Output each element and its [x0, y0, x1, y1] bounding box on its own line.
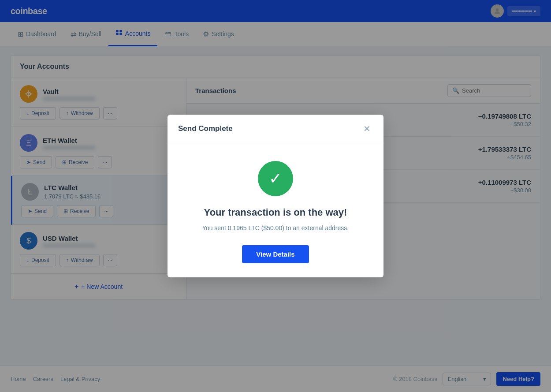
- send-complete-modal: Send Complete ✕ ✓ Your transaction is on…: [168, 115, 383, 277]
- success-circle: ✓: [258, 161, 293, 196]
- modal-close-button[interactable]: ✕: [361, 123, 373, 135]
- modal-title: Send Complete: [178, 124, 233, 133]
- view-details-button[interactable]: View Details: [242, 245, 309, 263]
- modal-heading: Your transaction is on the way!: [204, 207, 347, 218]
- checkmark-icon: ✓: [269, 171, 282, 187]
- modal-overlay: Send Complete ✕ ✓ Your transaction is on…: [0, 0, 551, 392]
- modal-header: Send Complete ✕: [168, 115, 383, 143]
- modal-body: ✓ Your transaction is on the way! You se…: [168, 143, 383, 277]
- modal-description: You sent 0.1965 LTC ($50.00) to an exter…: [202, 224, 349, 233]
- close-icon: ✕: [363, 123, 371, 134]
